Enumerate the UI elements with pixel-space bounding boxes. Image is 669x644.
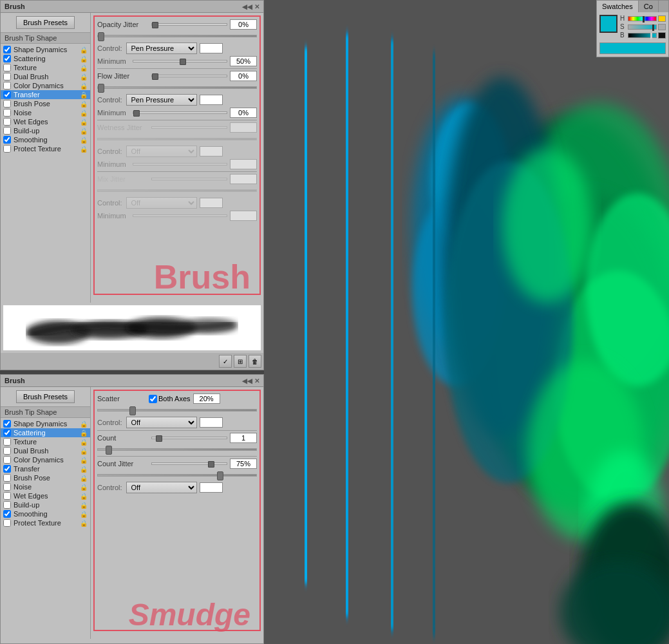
checkbox-brush-pose[interactable] [3, 100, 11, 108]
bottom-item-noise[interactable]: Noise 🔒 [1, 482, 90, 491]
checkbox-protect-texture[interactable] [3, 145, 11, 153]
top-panel-collapse[interactable]: ◀◀ ✕ [242, 3, 259, 10]
bottom-cb-dual-brush[interactable] [3, 447, 11, 455]
scatter-thumb[interactable] [129, 406, 136, 415]
checkbox-texture[interactable] [3, 64, 11, 71]
brush-item-smoothing[interactable]: Smoothing 🔒 [1, 135, 90, 144]
swatches-tab[interactable]: Swatches [597, 1, 639, 12]
bottom-item-protect-texture[interactable]: Protect Texture 🔒 [1, 518, 90, 527]
bottom-item-texture[interactable]: Texture 🔒 [1, 437, 90, 446]
count-jitter-thumb-full[interactable] [217, 471, 223, 480]
tool-btn-1[interactable]: ✓ [219, 355, 232, 368]
checkbox-noise[interactable] [3, 109, 11, 117]
checkbox-buildup[interactable] [3, 127, 11, 135]
scatter-control1-extra[interactable] [200, 417, 223, 428]
main-color-box[interactable] [599, 15, 617, 33]
bottom-item-color-dynamics[interactable]: Color Dynamics 🔒 [1, 455, 90, 464]
brush-item-texture[interactable]: Texture 🔒 [1, 63, 90, 72]
opacity-jitter-value[interactable] [230, 19, 257, 30]
count-jitter-slider[interactable] [151, 462, 227, 465]
brush-item-noise[interactable]: Noise 🔒 [1, 108, 90, 117]
b-thumb[interactable] [650, 33, 652, 39]
scatter-control2-select[interactable]: Off Pen Pressure [126, 482, 197, 493]
brush-item-color-dynamics[interactable]: Color Dynamics 🔒 [1, 81, 90, 90]
brush-item-scattering[interactable]: Scattering 🔒 [1, 54, 90, 63]
minimum1-slider[interactable] [133, 60, 227, 62]
bottom-cb-transfer[interactable] [3, 465, 11, 473]
bottom-cb-color-dynamics[interactable] [3, 456, 11, 464]
bottom-cb-shape-dynamics[interactable] [3, 420, 11, 428]
checkbox-color-dynamics[interactable] [3, 82, 11, 90]
bottom-item-dual-brush[interactable]: Dual Brush 🔒 [1, 446, 90, 455]
both-axes-checkbox[interactable] [149, 395, 157, 403]
count-thumb[interactable] [156, 435, 162, 442]
bottom-cb-brush-pose[interactable] [3, 474, 11, 482]
brush-item-transfer[interactable]: Transfer 🔒 [1, 90, 90, 99]
checkbox-wet-edges[interactable] [3, 118, 11, 126]
tool-btn-3[interactable]: 🗑 [249, 355, 261, 368]
bottom-cb-noise[interactable] [3, 483, 11, 491]
checkbox-dual-brush[interactable] [3, 73, 11, 80]
bottom-cb-smoothing[interactable] [3, 510, 11, 518]
bottom-cb-wet-edges[interactable] [3, 492, 11, 500]
bottom-panel-collapse[interactable]: ◀◀ ✕ [242, 377, 259, 384]
bottom-cb-scattering[interactable] [3, 429, 11, 437]
opacity-jitter-slider-full[interactable] [97, 35, 257, 37]
opacity-jitter-thumb[interactable] [152, 22, 158, 28]
bottom-item-smoothing[interactable]: Smoothing 🔒 [1, 509, 90, 518]
brush-item-protect-texture[interactable]: Protect Texture 🔒 [1, 144, 90, 153]
control2-extra[interactable] [200, 95, 223, 105]
tool-btn-2[interactable]: ⊞ [234, 355, 247, 368]
count-slider[interactable] [151, 437, 227, 439]
scatter-control1-select[interactable]: Off Pen Pressure [126, 417, 197, 428]
opacity-jitter-slider[interactable] [151, 23, 227, 26]
minimum2-thumb[interactable] [133, 110, 140, 117]
brush-item-brush-pose[interactable]: Brush Pose 🔒 [1, 99, 90, 108]
bottom-item-transfer[interactable]: Transfer 🔒 [1, 464, 90, 473]
scatter-slider[interactable] [97, 409, 257, 412]
bottom-item-buildup[interactable]: Build-up 🔒 [1, 500, 90, 509]
flow-jitter-thumb[interactable] [152, 73, 158, 80]
minimum2-slider[interactable] [133, 111, 227, 114]
minimum1-thumb[interactable] [180, 59, 186, 65]
bottom-item-brush-pose[interactable]: Brush Pose 🔒 [1, 473, 90, 482]
brush-item-buildup[interactable]: Build-up 🔒 [1, 126, 90, 135]
control1-select[interactable]: Pen Pressure Off [126, 43, 197, 54]
count-value[interactable] [230, 433, 257, 443]
brush-item-dual-brush[interactable]: Dual Brush 🔒 [1, 72, 90, 81]
co-tab[interactable]: Co [639, 1, 659, 12]
scatter-control2-extra[interactable] [200, 482, 223, 493]
count-thumb-full[interactable] [106, 446, 112, 455]
canvas-area[interactable] [264, 0, 669, 644]
flow-jitter-value[interactable] [230, 71, 257, 81]
bottom-brush-presets-btn[interactable]: Brush Presets [16, 390, 75, 403]
minimum1-value[interactable] [230, 56, 257, 66]
count-jitter-thumb[interactable] [208, 461, 214, 468]
control2-select[interactable]: Pen Pressure Off [126, 94, 197, 106]
scatter-value[interactable] [193, 393, 220, 404]
bottom-cb-texture[interactable] [3, 438, 11, 446]
h-thumb[interactable] [643, 16, 645, 23]
checkbox-shape-dynamics[interactable] [3, 46, 11, 53]
brush-item-shape-dynamics[interactable]: Shape Dynamics 🔒 [1, 45, 90, 54]
count-slider-full[interactable] [97, 448, 257, 451]
opacity-jitter-thumb-full[interactable] [98, 32, 104, 41]
checkbox-scattering[interactable] [3, 55, 11, 62]
bottom-cb-protect-texture[interactable] [3, 519, 11, 527]
h-slider[interactable] [628, 16, 657, 21]
flow-jitter-slider[interactable] [151, 75, 227, 77]
minimum2-value[interactable] [230, 108, 257, 118]
bottom-item-scattering[interactable]: Scattering 🔒 [1, 428, 90, 437]
s-slider[interactable] [628, 24, 657, 30]
brush-item-wet-edges[interactable]: Wet Edges 🔒 [1, 117, 90, 126]
checkbox-smoothing[interactable] [3, 136, 11, 144]
top-brush-presets-btn[interactable]: Brush Presets [16, 16, 75, 29]
flow-jitter-slider-full[interactable] [97, 86, 257, 89]
s-thumb[interactable] [652, 24, 654, 31]
count-jitter-value[interactable] [230, 459, 257, 469]
flow-jitter-thumb-full[interactable] [98, 84, 104, 93]
checkbox-transfer[interactable] [3, 91, 11, 99]
bottom-item-shape-dynamics[interactable]: Shape Dynamics 🔒 [1, 419, 90, 428]
bottom-cb-buildup[interactable] [3, 501, 11, 509]
control1-extra[interactable] [200, 43, 223, 53]
